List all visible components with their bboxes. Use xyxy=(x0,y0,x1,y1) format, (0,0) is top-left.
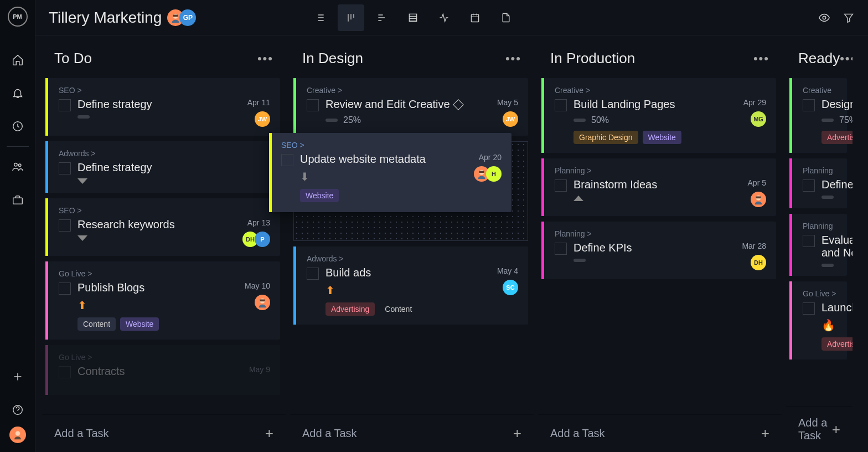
view-calendar[interactable] xyxy=(462,4,488,31)
add-task-button[interactable]: Add a Task + xyxy=(42,414,286,452)
task-checkbox[interactable] xyxy=(59,162,71,174)
collapse-icon[interactable] xyxy=(78,178,87,184)
task-checkbox[interactable] xyxy=(803,99,815,111)
tag[interactable]: Website xyxy=(300,189,339,202)
card-category[interactable]: Go Live > xyxy=(59,353,270,362)
card-category[interactable]: Creative > xyxy=(307,86,518,95)
add-task-button[interactable]: Add a Task + xyxy=(290,414,534,452)
card-stripe xyxy=(45,141,48,193)
tag[interactable]: Graphic Design xyxy=(574,131,638,144)
card-list: Creative > Build Landing Pages 50% Graph… xyxy=(538,78,782,414)
task-checkbox[interactable] xyxy=(555,179,567,192)
task-card[interactable]: Creative Design 75% Advertis xyxy=(789,78,847,153)
assignees[interactable]: JW xyxy=(258,111,270,127)
task-checkbox[interactable] xyxy=(803,179,815,192)
task-checkbox[interactable] xyxy=(59,219,71,232)
task-card[interactable]: Creative > Review and Edit Creative 25% … xyxy=(293,78,528,136)
project-title: Tillery Marketing xyxy=(49,9,162,27)
task-card[interactable]: SEO > Define strategy Apr 11 JW xyxy=(45,78,280,136)
card-category[interactable]: Planning > xyxy=(555,229,766,238)
assignees[interactable]: MG xyxy=(754,111,766,127)
view-sheet[interactable] xyxy=(400,4,426,31)
card-category[interactable]: Planning xyxy=(803,166,837,175)
task-card[interactable]: Planning > Brainstorm Ideas Apr 5 xyxy=(541,158,776,216)
filter-icon[interactable] xyxy=(843,12,855,24)
column-menu[interactable]: ••• xyxy=(257,52,273,66)
card-category[interactable]: SEO > xyxy=(281,141,502,150)
assignees[interactable]: H xyxy=(477,166,502,182)
card-category[interactable]: Planning > xyxy=(555,166,766,175)
nav-recent[interactable] xyxy=(0,110,35,143)
nav-people[interactable] xyxy=(0,150,35,183)
column-menu[interactable]: ••• xyxy=(753,52,769,66)
task-checkbox[interactable] xyxy=(59,366,71,378)
tag[interactable]: Advertising xyxy=(326,302,375,316)
view-file[interactable] xyxy=(493,4,519,31)
assignees[interactable]: JW xyxy=(506,111,518,127)
column-menu[interactable]: ••• xyxy=(505,52,521,66)
task-card[interactable]: Go Live > Publish Blogs ⬆ ContentWebsite… xyxy=(45,261,280,340)
nav-help[interactable] xyxy=(0,393,35,427)
card-category[interactable]: Go Live > xyxy=(803,289,837,298)
task-checkbox[interactable] xyxy=(555,243,567,255)
task-checkbox[interactable] xyxy=(803,235,815,247)
tag[interactable]: Content xyxy=(78,317,116,331)
nav-projects[interactable] xyxy=(0,183,35,217)
task-checkbox[interactable] xyxy=(803,302,815,315)
nav-home[interactable] xyxy=(0,43,35,76)
assignees[interactable]: SC xyxy=(506,280,518,295)
task-checkbox[interactable] xyxy=(281,154,293,166)
nav-notifications[interactable] xyxy=(0,76,35,110)
card-category[interactable]: Creative > xyxy=(555,86,766,95)
assignees[interactable]: DH xyxy=(754,255,766,270)
project-members[interactable]: GP xyxy=(172,9,196,26)
column-menu[interactable]: ••• xyxy=(840,52,852,66)
assignees[interactable] xyxy=(258,295,270,310)
visibility-icon[interactable] xyxy=(818,12,830,24)
nav-add[interactable] xyxy=(0,360,35,393)
card-stripe xyxy=(541,78,544,153)
task-card[interactable]: SEO > Research keywords Apr 13 DHP xyxy=(45,198,280,256)
card-category[interactable]: Go Live > xyxy=(59,269,270,278)
collapse-icon[interactable] xyxy=(78,235,87,241)
task-card[interactable]: Adwords > Define strategy xyxy=(45,141,280,193)
tag[interactable]: Website xyxy=(643,131,681,144)
card-category[interactable]: Adwords > xyxy=(307,254,518,263)
assignees[interactable]: DHP xyxy=(246,232,270,247)
task-card[interactable]: Creative > Build Landing Pages 50% Graph… xyxy=(541,78,776,153)
app-logo[interactable]: PM xyxy=(8,7,28,27)
tag[interactable]: Content xyxy=(379,302,417,316)
card-category[interactable]: SEO > xyxy=(59,206,270,215)
tag[interactable]: Advertis xyxy=(822,131,852,144)
task-card[interactable]: Planning > Define KPIs Mar 28 DH xyxy=(541,222,776,279)
expand-icon[interactable] xyxy=(574,196,583,201)
add-task-button[interactable]: Add a Task + xyxy=(538,414,782,452)
tag[interactable]: Advertis xyxy=(822,337,852,351)
task-card[interactable]: Planning Define xyxy=(789,158,847,208)
task-checkbox[interactable] xyxy=(307,268,319,280)
dragging-card[interactable]: SEO > Update website metadata ⬇ Website … xyxy=(269,133,512,212)
view-board[interactable] xyxy=(338,4,364,31)
task-date: Apr 11 xyxy=(247,98,270,107)
view-activity[interactable] xyxy=(431,4,457,31)
assignees[interactable] xyxy=(754,192,766,207)
task-card[interactable]: Go Live > Launch 🔥 Advertis xyxy=(789,281,847,359)
task-card[interactable]: Go Live > Contracts May 9 xyxy=(45,345,280,395)
view-gantt[interactable] xyxy=(369,4,395,31)
card-category[interactable]: Creative xyxy=(803,86,837,95)
card-category[interactable]: SEO > xyxy=(59,86,270,95)
task-checkbox[interactable] xyxy=(59,99,71,111)
add-task-button[interactable]: Add a Task + xyxy=(786,406,852,452)
card-category[interactable]: Adwords > xyxy=(59,149,270,158)
task-checkbox[interactable] xyxy=(59,282,71,295)
tag[interactable]: Website xyxy=(120,317,159,331)
card-category[interactable]: Planning xyxy=(803,222,837,230)
user-avatar[interactable] xyxy=(9,427,26,443)
task-card[interactable]: Adwords > Build ads ⬆ AdvertisingContent… xyxy=(293,246,528,325)
task-checkbox[interactable] xyxy=(555,99,567,111)
task-checkbox[interactable] xyxy=(307,99,319,111)
task-date: May 5 xyxy=(497,98,518,107)
task-title: Define strategy xyxy=(78,161,264,174)
view-list[interactable] xyxy=(307,4,333,31)
task-card[interactable]: Planning Evaluate and No xyxy=(789,214,847,276)
